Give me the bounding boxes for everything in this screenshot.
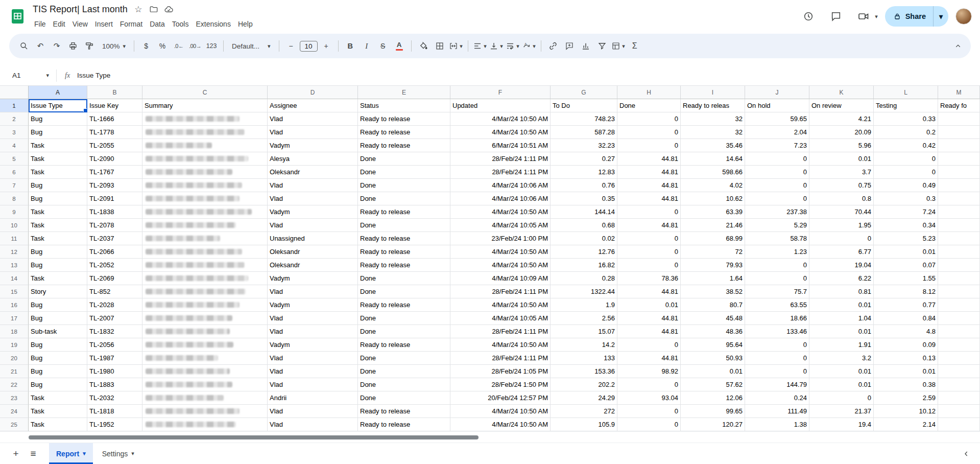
- cell-D19[interactable]: Vadym: [268, 338, 358, 352]
- cell-B2[interactable]: TL-1666: [87, 112, 142, 126]
- cell-B4[interactable]: TL-2055: [87, 139, 142, 152]
- cell-L4[interactable]: 0.42: [874, 139, 938, 152]
- cell-E3[interactable]: Ready to release: [358, 126, 450, 139]
- menu-file[interactable]: File: [31, 18, 50, 30]
- cell-E14[interactable]: Done: [358, 272, 450, 285]
- cell-M7[interactable]: [938, 179, 980, 192]
- vertical-align-icon[interactable]: ▾: [489, 38, 504, 54]
- cell-B15[interactable]: TL-852: [87, 285, 142, 298]
- cell-C21[interactable]: [142, 365, 268, 378]
- cell-A3[interactable]: Bug: [29, 126, 87, 139]
- cell-K14[interactable]: 6.22: [809, 272, 874, 285]
- cell-G25[interactable]: 105.9: [551, 418, 617, 431]
- cell-L14[interactable]: 1.55: [874, 272, 938, 285]
- insert-link-icon[interactable]: [545, 38, 561, 54]
- increase-font-size-icon[interactable]: +: [319, 38, 334, 54]
- row-header-22[interactable]: 22: [0, 378, 29, 391]
- menu-insert[interactable]: Insert: [91, 18, 116, 30]
- cell-B14[interactable]: TL-2069: [87, 272, 142, 285]
- cell-J23[interactable]: 0.24: [745, 391, 809, 405]
- cell-F23[interactable]: 20/Feb/24 12:57 PM: [450, 391, 551, 405]
- row-header-18[interactable]: 18: [0, 325, 29, 338]
- cell-K9[interactable]: 70.44: [809, 205, 874, 219]
- cell-K25[interactable]: 19.4: [809, 418, 874, 431]
- row-header-14[interactable]: 14: [0, 272, 29, 285]
- cell-B11[interactable]: TL-2037: [87, 232, 142, 245]
- cell-D3[interactable]: Vlad: [268, 126, 358, 139]
- cell-H20[interactable]: 44.81: [617, 352, 681, 365]
- cell-G5[interactable]: 0.27: [551, 152, 617, 166]
- cell-D23[interactable]: Andrii: [268, 391, 358, 405]
- cell-G7[interactable]: 0.76: [551, 179, 617, 192]
- cell-D9[interactable]: Vadym: [268, 205, 358, 219]
- redo-icon[interactable]: ↷: [49, 38, 64, 54]
- name-box[interactable]: A1 ▾: [7, 72, 52, 79]
- cell-E15[interactable]: Done: [358, 285, 450, 298]
- cell-F10[interactable]: 4/Mar/24 10:05 AM: [450, 219, 551, 232]
- cell-D17[interactable]: Vlad: [268, 312, 358, 325]
- row-header-12[interactable]: 12: [0, 245, 29, 259]
- cell-B25[interactable]: TL-1952: [87, 418, 142, 431]
- cell-G8[interactable]: 0.35: [551, 192, 617, 205]
- comments-icon[interactable]: [826, 6, 846, 27]
- cell-C25[interactable]: [142, 418, 268, 431]
- move-folder-icon[interactable]: [147, 3, 160, 16]
- cell-J15[interactable]: 75.7: [745, 285, 809, 298]
- column-header-A[interactable]: A: [29, 86, 87, 99]
- cell-D14[interactable]: Vadym: [268, 272, 358, 285]
- cell-K15[interactable]: 0.81: [809, 285, 874, 298]
- cell-J9[interactable]: 237.38: [745, 205, 809, 219]
- cell-E20[interactable]: Done: [358, 352, 450, 365]
- cell-A16[interactable]: Bug: [29, 298, 87, 312]
- cell-C18[interactable]: [142, 325, 268, 338]
- cell-F13[interactable]: 4/Mar/24 10:50 AM: [450, 259, 551, 272]
- cell-K18[interactable]: 0.01: [809, 325, 874, 338]
- cell-H7[interactable]: 44.81: [617, 179, 681, 192]
- cell-M12[interactable]: [938, 245, 980, 259]
- cell-A15[interactable]: Story: [29, 285, 87, 298]
- cell-M21[interactable]: [938, 365, 980, 378]
- cell-L22[interactable]: 0.38: [874, 378, 938, 391]
- borders-icon[interactable]: [432, 38, 447, 54]
- cell-K11[interactable]: 0: [809, 232, 874, 245]
- cell-J14[interactable]: 0: [745, 272, 809, 285]
- cell-I9[interactable]: 63.39: [681, 205, 745, 219]
- cell-I15[interactable]: 38.52: [681, 285, 745, 298]
- cell-A24[interactable]: Task: [29, 405, 87, 418]
- currency-format-icon[interactable]: $: [138, 38, 154, 54]
- cell-F24[interactable]: 4/Mar/24 10:50 AM: [450, 405, 551, 418]
- cell-L11[interactable]: 5.23: [874, 232, 938, 245]
- cell-I13[interactable]: 79.93: [681, 259, 745, 272]
- italic-icon[interactable]: I: [359, 38, 374, 54]
- cell-E5[interactable]: Done: [358, 152, 450, 166]
- cell-F3[interactable]: 4/Mar/24 10:50 AM: [450, 126, 551, 139]
- cell-C11[interactable]: [142, 232, 268, 245]
- decrease-font-size-icon[interactable]: −: [283, 38, 299, 54]
- cell-B23[interactable]: TL-2032: [87, 391, 142, 405]
- column-header-H[interactable]: H: [617, 86, 681, 99]
- cloud-saved-icon[interactable]: [162, 3, 176, 16]
- cell-C2[interactable]: [142, 112, 268, 126]
- cell-I4[interactable]: 35.46: [681, 139, 745, 152]
- cell-E17[interactable]: Done: [358, 312, 450, 325]
- row-header-23[interactable]: 23: [0, 391, 29, 405]
- column-header-E[interactable]: E: [358, 86, 450, 99]
- row-header-20[interactable]: 20: [0, 352, 29, 365]
- cell-M2[interactable]: [938, 112, 980, 126]
- cell-F15[interactable]: 28/Feb/24 1:11 PM: [450, 285, 551, 298]
- cell-J21[interactable]: 0: [745, 365, 809, 378]
- cell-E7[interactable]: Done: [358, 179, 450, 192]
- cell-J2[interactable]: 59.65: [745, 112, 809, 126]
- cell-F2[interactable]: 4/Mar/24 10:50 AM: [450, 112, 551, 126]
- column-header-B[interactable]: B: [87, 86, 142, 99]
- cell-L6[interactable]: 0: [874, 166, 938, 179]
- merge-cells-icon[interactable]: ▾: [448, 38, 464, 54]
- cell-M4[interactable]: [938, 139, 980, 152]
- cell-L21[interactable]: 0.01: [874, 365, 938, 378]
- sheet-tab-caret-icon[interactable]: ▾: [83, 451, 86, 456]
- cell-B7[interactable]: TL-2093: [87, 179, 142, 192]
- cell-D8[interactable]: Vlad: [268, 192, 358, 205]
- cell-G21[interactable]: 153.36: [551, 365, 617, 378]
- row-header-11[interactable]: 11: [0, 232, 29, 245]
- cell-D13[interactable]: Oleksandr: [268, 259, 358, 272]
